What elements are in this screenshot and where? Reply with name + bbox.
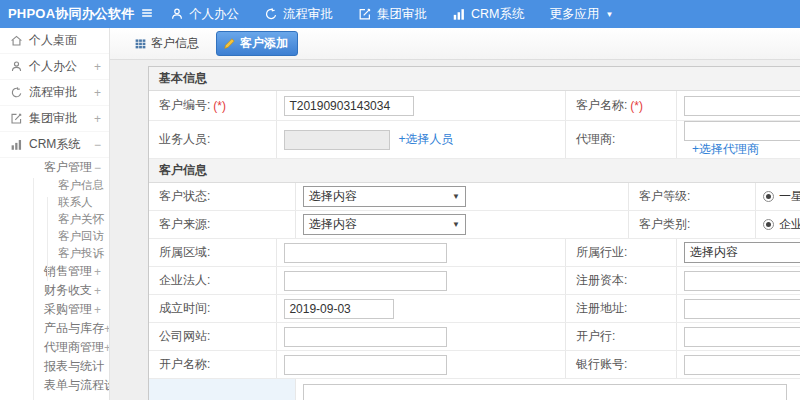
sidebar-item-label: 销售管理 [44,263,92,280]
account-name-label: 开户名称: [149,351,277,378]
customer-category-radio[interactable]: 企业 [763,216,800,233]
remark-textarea[interactable] [303,384,787,400]
history-icon [10,86,23,99]
radio-selected-icon [763,219,774,230]
registered-address-field-cell [677,295,800,322]
account-name-input[interactable] [284,355,447,375]
bank-branch-input[interactable] [684,327,800,347]
company-website-field-cell [277,323,566,350]
home-icon [10,34,23,47]
sales-person-input[interactable] [284,130,390,150]
customer-category-label: 客户类别: [629,211,756,238]
sidebar-item-crm-system[interactable]: CRM系统− [0,132,109,158]
tab-label: 客户添加 [240,35,288,52]
customer-code-input[interactable] [284,96,414,116]
agent-select-link[interactable]: +选择代理商 [692,141,759,158]
sidebar-item-customer-care[interactable]: 客户关怀 [0,211,109,228]
sidebar-item-label: 财务收支 [44,282,92,299]
industry-field-cell: 选择内容▼ [677,239,800,266]
sidebar-item-purchase-management[interactable]: 采购管理+ [0,300,109,319]
nav-item-crm-system[interactable]: CRM系统 [452,6,524,23]
nav-item-more-apps[interactable]: 更多应用▼ [549,6,613,23]
sidebar-item-finance[interactable]: 财务收支+ [0,281,109,300]
sidebar-item-label: 客户回访 [58,229,104,244]
menu-toggle-button[interactable] [140,6,154,23]
industry-label: 所属行业: [566,239,677,266]
registered-capital-input[interactable] [684,271,800,291]
top-navigation: 个人办公流程审批集团审批CRM系统更多应用▼ [170,6,638,23]
sidebar-item-personal-desktop[interactable]: 个人桌面 [0,28,109,54]
required-marker: (*) [213,99,226,113]
sidebar-item-label: 流程审批 [29,84,77,101]
registered-address-input[interactable] [684,299,800,319]
sidebar-item-label: 产品与库存 [44,320,104,337]
tab-label: 客户信息 [151,35,199,52]
form-row: 客户状态:选择内容▼客户等级:一星 [149,183,800,211]
form-row: 公司网站:开户行: [149,323,800,351]
section-header-basic-info: 基本信息 [149,67,800,91]
sidebar-item-reports-statistics[interactable]: 报表与统计 [0,357,109,376]
history-icon [264,7,278,21]
bank-account-input[interactable] [684,355,800,375]
region-field-cell [277,239,566,266]
expander-icon: + [94,303,101,317]
founding-date-field-cell [277,295,566,322]
sidebar-item-contacts[interactable]: 联系人 [0,194,109,211]
form-row: 所属区域:所属行业:选择内容▼ [149,239,800,267]
registered-capital-label: 注册资本: [566,267,677,294]
sidebar-item-product-inventory[interactable]: 产品与库存+ [0,319,109,338]
expander-icon: − [94,161,101,175]
customer-level-radio[interactable]: 一星 [763,188,800,205]
form-row: 业务人员:+选择人员代理商:+选择代理商 [149,121,800,159]
sales-person-label: 业务人员: [149,121,277,158]
sidebar-item-label: 联系人 [58,195,93,210]
sidebar-item-group-approval[interactable]: 集团审批+ [0,106,109,132]
sidebar-item-personal-office[interactable]: 个人办公+ [0,54,109,80]
region-input[interactable] [284,243,447,263]
nav-item-label: CRM系统 [471,6,524,23]
sidebar-item-label: 客户管理 [44,159,92,176]
customer-level-label: 客户等级: [629,183,756,210]
sidebar-item-form-workflow-settings[interactable]: 表单与流程设置+ [0,376,109,395]
agent-input[interactable] [684,121,800,141]
nav-item-label: 流程审批 [283,6,333,23]
nav-item-personal-office[interactable]: 个人办公 [170,6,239,23]
company-website-input[interactable] [284,327,447,347]
form-row: 企业法人:注册资本: [149,267,800,295]
legal-person-input[interactable] [284,271,447,291]
radio-selected-icon [763,191,774,202]
founding-date-label: 成立时间: [149,295,277,322]
sidebar-item-customer-info[interactable]: 客户信息 [0,177,109,194]
nav-item-group-approval[interactable]: 集团审批 [358,6,427,23]
tab-customer-add[interactable]: 客户添加 [216,31,298,56]
edit-square-icon [358,7,372,21]
radio-label: 一星 [779,188,800,205]
sidebar-item-sales-management[interactable]: 销售管理+ [0,262,109,281]
sidebar-item-workflow-approval[interactable]: 流程审批+ [0,80,109,106]
industry-select[interactable]: 选择内容▼ [684,242,800,263]
sidebar-item-label: 代理商管理 [44,339,104,356]
pencil-icon [223,37,236,50]
sidebar-item-customer-management[interactable]: 客户管理− [0,158,109,177]
tab-customer-info[interactable]: 客户信息 [128,32,208,55]
bank-account-field-cell [677,351,800,378]
legal-person-field-cell [277,267,566,294]
nav-item-workflow-approval[interactable]: 流程审批 [264,6,333,23]
agent-label: 代理商: [566,121,677,158]
sales-person-select-link[interactable]: +选择人员 [398,131,453,148]
sidebar-item-label: 表单与流程设置 [44,377,110,394]
customer-status-select[interactable]: 选择内容▼ [303,186,466,207]
expander-icon: + [94,86,101,100]
sidebar-item-customer-revisit[interactable]: 客户回访 [0,228,109,245]
sidebar-item-agent-management[interactable]: 代理商管理+ [0,338,109,357]
sidebar-item-admin-office[interactable]: 行政办公+ [0,395,109,400]
customer-source-select[interactable]: 选择内容▼ [303,214,466,235]
caret-down-icon: ▼ [605,10,613,19]
indent-guide [33,178,34,400]
customer-source-label: 客户来源: [149,211,296,238]
founding-date-input[interactable] [284,299,394,319]
nav-item-label: 个人办公 [189,6,239,23]
customer-name-input[interactable] [684,96,800,116]
sidebar-item-customer-complaint[interactable]: 客户投诉 [0,245,109,262]
radio-label: 企业 [779,216,800,233]
